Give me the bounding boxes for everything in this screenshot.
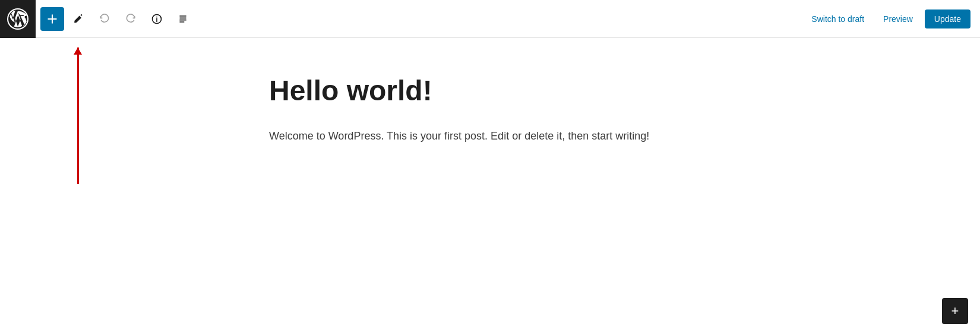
toolbar-right-controls: Switch to draft Preview Update [795, 9, 980, 28]
editor-area: Hello world! Welcome to WordPress. This … [0, 38, 980, 336]
arrow-head [74, 47, 82, 55]
arrow-annotation [77, 47, 78, 184]
editor-content: Hello world! Welcome to WordPress. This … [241, 38, 739, 336]
redo-button[interactable] [119, 7, 143, 31]
pencil-icon [72, 13, 84, 25]
update-button[interactable]: Update [925, 9, 970, 28]
plus-icon [46, 13, 58, 25]
plus-float-icon: + [951, 303, 959, 319]
wp-logo-button[interactable] [0, 0, 36, 38]
add-block-button[interactable] [40, 7, 64, 31]
info-icon [151, 13, 163, 25]
post-title[interactable]: Hello world! [269, 74, 711, 108]
list-view-icon [177, 13, 189, 25]
switch-to-draft-button[interactable]: Switch to draft [804, 9, 871, 28]
preview-button[interactable]: Preview [876, 9, 920, 28]
arrow-line [77, 47, 79, 184]
redo-icon [125, 13, 137, 25]
info-button[interactable] [145, 7, 169, 31]
toolbar: Switch to draft Preview Update [0, 0, 980, 38]
undo-icon [99, 13, 110, 25]
list-view-button[interactable] [171, 7, 195, 31]
toolbar-left-controls [36, 7, 795, 31]
svg-point-2 [156, 16, 157, 17]
add-block-float-button[interactable]: + [942, 298, 968, 324]
undo-button[interactable] [93, 7, 116, 31]
post-body[interactable]: Welcome to WordPress. This is your first… [269, 127, 711, 145]
wp-logo-icon [7, 8, 29, 30]
tools-button[interactable] [67, 7, 90, 31]
